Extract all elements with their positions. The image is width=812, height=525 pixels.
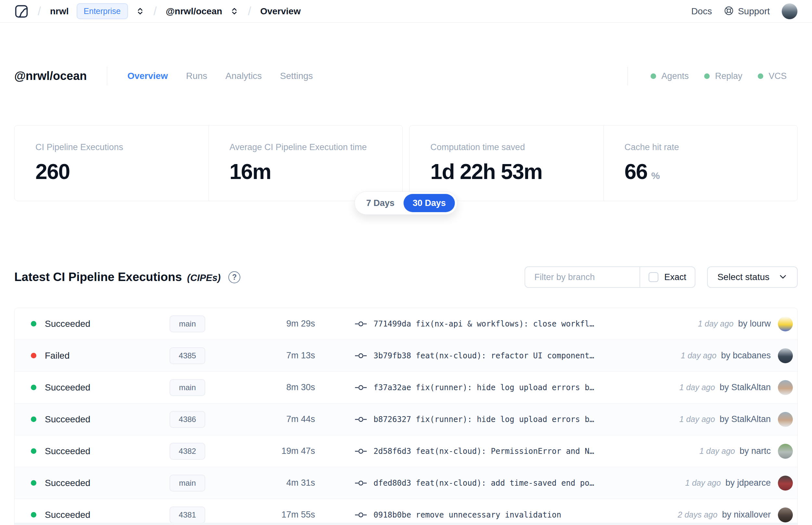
branch-badge[interactable]: 4381	[170, 507, 205, 523]
status-dot-icon	[31, 448, 36, 454]
git-commit-icon	[354, 447, 368, 455]
duration: 9m 29s	[215, 319, 315, 329]
workspace-statuses: Agents Replay VCS	[628, 66, 798, 86]
commit-message[interactable]: b8726327 fix(runner): hide log upload er…	[373, 415, 594, 424]
author: by StalkAltan	[719, 414, 771, 424]
commit-message[interactable]: dfed80d3 feat(nx-cloud): add time-saved …	[373, 479, 594, 487]
table-row[interactable]: Succeeded 4381 17m 55s 0918b0be remove u…	[15, 499, 797, 525]
table-row[interactable]: Succeeded 4382 19m 47s 2d58f6d3 feat(nx-…	[15, 435, 797, 467]
branch-filter-group: Exact	[524, 266, 695, 288]
time-ago: 1 day ago	[699, 446, 735, 456]
stats-row: CI Pipeline Executions 260 Average CI Pi…	[14, 125, 798, 201]
table-bottom-strip	[15, 523, 797, 525]
status-agents: Agents	[650, 71, 689, 81]
cipe-table: Succeeded main 9m 29s 771499da fix(nx-ap…	[14, 308, 798, 525]
git-commit-icon	[354, 479, 368, 487]
stat-value: 260	[35, 160, 70, 183]
tab-overview[interactable]: Overview	[127, 71, 168, 81]
stat-card-computation-time-saved: Computation time saved 1d 22h 53m	[410, 125, 603, 201]
git-commit-icon	[354, 320, 368, 328]
author-avatar	[778, 380, 793, 395]
branch-badge[interactable]: 4382	[170, 443, 205, 460]
author-avatar	[778, 412, 793, 427]
branch-badge[interactable]: main	[170, 379, 205, 396]
status-label: Failed	[45, 350, 133, 361]
commit-message[interactable]: f37a32ae fix(runner): hide log upload er…	[373, 383, 594, 392]
status-select-dropdown[interactable]: Select status	[707, 266, 798, 288]
commit-message[interactable]: 3b79fb38 feat(nx-cloud): refactor UI com…	[373, 351, 594, 360]
stat-value: 66	[625, 160, 647, 183]
table-row[interactable]: Failed 4385 7m 13s 3b79fb38 feat(nx-clou…	[15, 340, 797, 372]
stat-card-ci-pipeline-executions: CI Pipeline Executions 260	[15, 125, 209, 201]
exact-checkbox[interactable]	[649, 272, 658, 282]
table-row[interactable]: Succeeded 4386 7m 44s b8726327 fix(runne…	[15, 404, 797, 435]
support-link[interactable]: Support	[724, 5, 770, 17]
date-range-toggle: 7 Days 30 Days	[354, 191, 457, 215]
table-row[interactable]: Succeeded main 9m 29s 771499da fix(nx-ap…	[15, 308, 797, 340]
status-dot-icon	[650, 73, 656, 79]
nx-cloud-logo-icon[interactable]	[14, 4, 29, 18]
stats-panel-right: Computation time saved 1d 22h 53m Cache …	[409, 125, 798, 201]
chevron-down-icon	[779, 272, 787, 282]
author: by StalkAltan	[719, 382, 771, 392]
time-ago: 1 day ago	[681, 351, 717, 360]
branch-badge[interactable]: main	[170, 315, 205, 332]
time-ago: 2 days ago	[678, 510, 718, 520]
status-replay: Replay	[704, 71, 742, 81]
breadcrumb-workspace[interactable]: @nrwl/ocean	[166, 6, 223, 17]
branch-badge[interactable]: 4385	[170, 347, 205, 364]
commit-message[interactable]: 771499da fix(nx-api & workflows): close …	[373, 319, 594, 328]
git-commit-icon	[354, 384, 368, 391]
author: by nartc	[739, 446, 771, 456]
status-dot-icon	[704, 73, 710, 79]
status-label: Succeeded	[45, 446, 133, 456]
author-avatar	[778, 508, 793, 522]
branch-badge[interactable]: 4386	[170, 411, 205, 428]
time-ago: 1 day ago	[685, 478, 721, 487]
status-dot-icon	[31, 321, 36, 327]
commit-message[interactable]: 2d58f6d3 feat(nx-cloud): PermissionError…	[373, 447, 594, 456]
range-7-days-button[interactable]: 7 Days	[357, 194, 403, 212]
user-avatar[interactable]	[781, 3, 798, 19]
org-switcher-chevrons-icon[interactable]	[136, 7, 144, 16]
duration: 8m 30s	[215, 382, 315, 392]
status-dot-icon	[31, 480, 36, 486]
commit-message[interactable]: 0918b0be remove unnecessary invalidation	[373, 510, 561, 520]
workspace-switcher-chevrons-icon[interactable]	[230, 7, 239, 16]
author-avatar	[778, 348, 793, 363]
duration: 19m 47s	[215, 446, 315, 456]
status-dot-icon	[31, 353, 36, 358]
table-row[interactable]: Succeeded main 8m 30s f37a32ae fix(runne…	[15, 372, 797, 404]
author: by jdpearce	[725, 478, 771, 488]
workspace-tabs: Overview Runs Analytics Settings	[127, 71, 313, 81]
status-label: Succeeded	[45, 478, 133, 488]
breadcrumb-page: Overview	[260, 6, 301, 17]
tab-runs[interactable]: Runs	[186, 71, 207, 81]
branch-badge[interactable]: main	[170, 475, 205, 492]
status-dot-icon	[758, 73, 763, 79]
help-icon[interactable]: ?	[228, 271, 240, 283]
stats-panel-left: CI Pipeline Executions 260 Average CI Pi…	[14, 125, 403, 201]
status-dot-icon	[31, 385, 36, 390]
stat-value: 1d 22h 53m	[430, 160, 542, 183]
branch-filter-input[interactable]	[525, 272, 640, 282]
status-label: Succeeded	[45, 414, 133, 425]
stat-card-cache-hit-rate: Cache hit rate 66 %	[603, 125, 798, 201]
range-30-days-button[interactable]: 30 Days	[403, 194, 455, 212]
breadcrumb-divider: /	[152, 4, 158, 18]
status-dot-icon	[31, 417, 36, 422]
table-row[interactable]: Succeeded main 4m 31s dfed80d3 feat(nx-c…	[15, 467, 797, 499]
exact-toggle[interactable]: Exact	[640, 267, 695, 287]
breadcrumb-org[interactable]: nrwl	[50, 6, 69, 17]
tab-settings[interactable]: Settings	[280, 71, 313, 81]
git-commit-icon	[354, 511, 368, 519]
duration: 4m 31s	[215, 478, 315, 488]
duration: 7m 44s	[215, 414, 315, 424]
top-navbar: / nrwl Enterprise / @nrwl/ocean / Overvi…	[0, 0, 812, 23]
time-ago: 1 day ago	[679, 415, 715, 424]
duration: 7m 13s	[215, 350, 315, 361]
breadcrumb-divider: /	[246, 4, 252, 18]
docs-link[interactable]: Docs	[691, 6, 712, 17]
workspace-header: @nrwl/ocean Overview Runs Analytics Sett…	[14, 66, 798, 86]
tab-analytics[interactable]: Analytics	[226, 71, 262, 81]
